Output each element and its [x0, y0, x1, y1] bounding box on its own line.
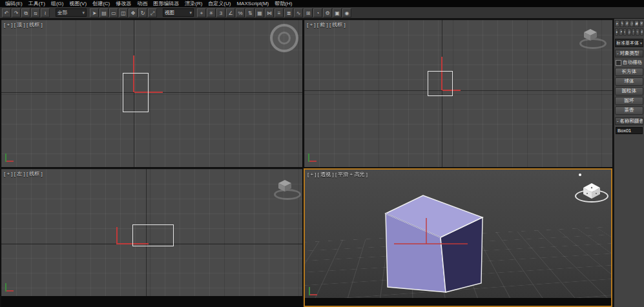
viewport-top-label[interactable]: [ + ] [ 顶 ] [ 线框 ] [4, 21, 43, 28]
object-name-field[interactable]: Box01 [616, 127, 643, 134]
icon-glyph: ↷ [14, 10, 19, 16]
create-subtype-tabs: ●✦◐◎⌗≈⚙ [615, 28, 643, 35]
icon-glyph: ✥ [131, 10, 136, 16]
display-tab[interactable]: ▣ [634, 20, 639, 27]
world-axis-tripod [5, 152, 16, 162]
modify-tab[interactable]: ✎ [620, 20, 625, 27]
window-crossing-icon[interactable]: ◫ [119, 8, 128, 17]
utilities-tab[interactable]: ⚒ [639, 20, 644, 27]
primitive-button[interactable]: 球体 [615, 77, 643, 86]
icon-glyph: ⧉ [24, 10, 28, 16]
primitive-category-select[interactable]: 标准基本体 ▾ [615, 39, 643, 47]
viewport-front-label[interactable]: [ + ] [ 前 ] [ 线框 ] [307, 21, 346, 28]
menu-item[interactable]: 组(G) [51, 0, 64, 7]
menu-item[interactable]: MAXScript(M) [236, 0, 269, 7]
autogrid-checkbox[interactable] [616, 60, 621, 66]
select-and-scale-icon[interactable]: ⤢ [148, 8, 157, 17]
menu-item[interactable]: 动画 [137, 0, 147, 7]
systems-category[interactable]: ⚙ [640, 28, 643, 35]
select-and-move-icon[interactable]: ✥ [129, 8, 138, 17]
menu-item[interactable]: 渲染(R) [185, 0, 202, 7]
shapes-category[interactable]: ✦ [619, 28, 622, 35]
menu-item[interactable]: 创建(C) [92, 0, 110, 7]
menu-item[interactable]: 帮助(H) [275, 0, 292, 7]
angle-snap-icon[interactable]: ∠ [226, 8, 235, 17]
viewport-area: [ + ] [ 顶 ] [ 线框 ] [ + ] [ 前 ] [ 线框 ] [0, 19, 614, 307]
motion-tab[interactable]: ◷ [630, 20, 634, 27]
geometry-category[interactable]: ● [615, 28, 618, 35]
menu-item[interactable]: 修改器 [116, 0, 131, 7]
layer-manager-icon[interactable]: ≣ [284, 8, 293, 17]
icon-glyph: ➤ [92, 10, 97, 16]
menu-item[interactable]: 工具(T) [28, 0, 45, 7]
box-object[interactable] [305, 170, 611, 306]
space-warps-category[interactable]: ≈ [636, 28, 639, 35]
tab-glyph: ▸ [616, 21, 618, 25]
viewport-front[interactable]: [ + ] [ 前 ] [ 线框 ] [304, 20, 612, 167]
reference-coordinate-value: 视图 [165, 10, 174, 16]
select-by-name-icon[interactable]: ▤ [99, 8, 109, 17]
reference-coordinate-select[interactable]: 视图 ▾ [163, 8, 194, 17]
align-icon[interactable]: ≡ [275, 8, 284, 17]
select-and-link-icon[interactable]: ⧉ [21, 8, 30, 17]
menu-item[interactable]: 编辑(E) [5, 0, 23, 7]
undo-icon[interactable]: ↶ [2, 8, 11, 17]
rectangular-selection-region-icon[interactable]: ▭ [109, 8, 118, 17]
cameras-category[interactable]: ◎ [627, 28, 630, 35]
select-and-manipulate-icon[interactable]: ✳ [207, 8, 216, 17]
tab-glyph: ⚒ [640, 21, 643, 25]
use-pivot-point-icon[interactable]: ⌖ [197, 8, 206, 17]
viewport-left-label[interactable]: [ + ] [ 左 ] [ 线框 ] [4, 170, 43, 177]
bind-to-space-warp-icon[interactable]: ≀ [41, 8, 50, 17]
primitive-button[interactable]: 茶壶 [615, 106, 643, 115]
select-and-rotate-icon[interactable]: ↻ [138, 8, 147, 17]
menu-item[interactable]: 视图(V) [69, 0, 87, 7]
lights-category[interactable]: ◐ [623, 28, 627, 35]
object-type-rollout[interactable]: - 对象类型 [615, 50, 643, 57]
menu-item[interactable]: 自定义(U) [208, 0, 231, 7]
render-production-icon[interactable]: ◉ [342, 8, 351, 17]
name-color-rollout[interactable]: - 名称和颜色 [615, 117, 643, 125]
primitive-button[interactable]: 圆环 [615, 97, 643, 105]
spinner-snap-icon[interactable]: ⇅ [245, 8, 254, 17]
icon-glyph: ✳ [209, 10, 214, 16]
hierarchy-tab[interactable]: ≣ [625, 20, 629, 27]
viewport-left[interactable]: [ + ] [ 左 ] [ 线框 ] [1, 169, 302, 307]
viewcube-ring[interactable] [270, 24, 298, 52]
schematic-view-icon[interactable]: ⊞ [304, 8, 313, 17]
selected-box-wireframe[interactable] [123, 73, 149, 112]
viewport-perspective-label[interactable]: [ + ] [ 透视 ] [ 平滑 + 高光 ] [307, 171, 368, 178]
rendered-frame-icon[interactable]: ▣ [333, 8, 342, 17]
create-tab[interactable]: ▸ [615, 20, 619, 27]
selected-box-wireframe[interactable] [428, 71, 453, 96]
curve-editor-icon[interactable]: ∿ [294, 8, 303, 17]
icon-glyph: ≡ [278, 10, 281, 16]
toolbar-group-tools: ⌖✳3∠%⇅▦⋈≡≣∿⊞◔⚙▣◉ [197, 8, 351, 17]
selection-filter-select[interactable]: 全部 ▾ [56, 8, 87, 17]
viewcube-icon[interactable] [278, 179, 292, 192]
viewport-perspective[interactable]: [ + ] [ 透视 ] [ 平滑 + 高光 ] [304, 168, 612, 307]
selected-box-wireframe[interactable] [132, 224, 174, 246]
icon-glyph: ⧅ [34, 10, 37, 16]
primitive-button[interactable]: 长方体 [615, 68, 643, 76]
viewport-top[interactable]: [ + ] [ 顶 ] [ 线框 ] [1, 20, 302, 167]
unlink-selection-icon[interactable]: ⧅ [31, 8, 40, 17]
select-object-icon[interactable]: ➤ [90, 8, 99, 17]
icon-glyph: ≣ [287, 10, 291, 16]
viewcube-icon[interactable] [583, 183, 601, 199]
mirror-icon[interactable]: ⋈ [265, 8, 274, 17]
snaps-toggle-icon[interactable]: 3 [216, 8, 225, 17]
world-axis-tripod [309, 285, 319, 295]
material-editor-icon[interactable]: ◔ [313, 8, 322, 17]
menu-item[interactable]: 图形编辑器 [153, 0, 179, 7]
helpers-category[interactable]: ⌗ [632, 28, 635, 35]
percent-snap-icon[interactable]: % [236, 8, 245, 17]
icon-glyph: ≀ [45, 10, 47, 16]
render-setup-icon[interactable]: ⚙ [323, 8, 332, 17]
icon-glyph: ▭ [111, 10, 116, 16]
redo-icon[interactable]: ↷ [12, 8, 21, 17]
edit-named-selection-sets-icon[interactable]: ▦ [255, 8, 264, 17]
icon-glyph: ◫ [121, 10, 126, 16]
viewcube-icon[interactable] [583, 28, 597, 41]
primitive-button[interactable]: 圆柱体 [615, 87, 643, 95]
